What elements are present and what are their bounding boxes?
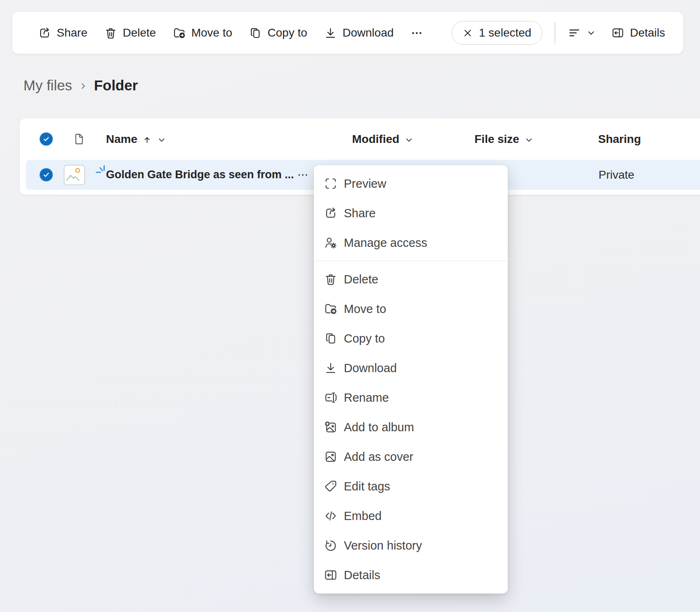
download-icon	[324, 26, 337, 40]
file-list-header: Name Modified	[20, 118, 700, 160]
menu-item-label: Share	[344, 207, 375, 220]
image-icon	[324, 450, 338, 464]
row-more-button[interactable]	[297, 160, 309, 190]
menu-item-label: Add as cover	[344, 450, 413, 464]
row-checkbox[interactable]	[39, 160, 53, 190]
menu-item-label: Delete	[344, 273, 378, 286]
menu-item-add-to-album[interactable]: Add to album	[314, 412, 508, 442]
folder-arrow-icon	[173, 26, 186, 40]
menu-item-download[interactable]: Download	[314, 353, 508, 383]
menu-item-label: Download	[344, 361, 397, 375]
tag-icon	[324, 479, 338, 493]
dismiss-icon	[463, 28, 473, 38]
chevron-down-icon	[404, 135, 414, 145]
delete-button-label: Delete	[123, 26, 156, 39]
folder-arrow-icon	[324, 302, 338, 316]
checkbox-checked-icon	[39, 168, 53, 182]
move-to-button[interactable]: Move to	[173, 26, 233, 40]
sort-lines-icon	[568, 26, 581, 39]
share-icon	[38, 26, 51, 40]
column-header-modified[interactable]: Modified	[352, 118, 414, 160]
menu-item-label: Edit tags	[344, 480, 390, 493]
column-header-file-size[interactable]: File size	[474, 118, 534, 160]
column-header-name[interactable]: Name	[106, 118, 166, 160]
onedrive-page: Share Delete Move to	[0, 0, 700, 612]
copy-icon	[249, 26, 262, 40]
rename-icon	[324, 391, 338, 405]
menu-item-edit-tags[interactable]: Edit tags	[314, 472, 508, 501]
column-header-sharing[interactable]: Sharing	[598, 118, 641, 160]
toolbar-divider	[555, 22, 555, 44]
menu-item-label: Embed	[344, 509, 382, 523]
move-to-button-label: Move to	[191, 26, 233, 39]
breadcrumb-chevron-icon	[79, 82, 88, 90]
file-name[interactable]: Golden Gate Bridge as seen from ...	[106, 160, 294, 190]
menu-item-version-history[interactable]: Version history	[314, 531, 508, 560]
share-button[interactable]: Share	[38, 26, 88, 40]
menu-item-label: Rename	[344, 391, 389, 405]
delete-button[interactable]: Delete	[104, 26, 156, 40]
menu-divider	[314, 261, 507, 261]
select-all-checkbox[interactable]	[39, 118, 53, 160]
preview-icon	[324, 177, 338, 191]
breadcrumb-my-files[interactable]: My files	[23, 77, 72, 94]
document-icon	[72, 132, 86, 146]
panel-left-icon	[324, 568, 338, 582]
person-gear-icon	[324, 236, 338, 250]
chevron-down-icon	[586, 28, 596, 38]
menu-item-copy-to[interactable]: Copy to	[314, 324, 508, 353]
menu-item-label: Preview	[344, 177, 386, 191]
trash-icon	[324, 272, 338, 286]
menu-item-details[interactable]: Details	[314, 560, 508, 590]
click-indicator-icon	[95, 165, 106, 175]
copy-to-button[interactable]: Copy to	[249, 26, 307, 40]
details-button-label: Details	[630, 26, 665, 39]
menu-item-delete[interactable]: Delete	[314, 265, 508, 294]
download-icon	[324, 361, 338, 375]
column-file-size-label: File size	[474, 133, 519, 146]
column-header-file-type[interactable]	[72, 118, 86, 160]
column-name-label: Name	[106, 133, 137, 146]
details-pane-button[interactable]: Details	[611, 26, 665, 39]
more-icon	[297, 169, 309, 181]
copy-icon	[324, 331, 338, 345]
menu-item-add-as-cover[interactable]: Add as cover	[314, 442, 508, 472]
column-modified-label: Modified	[352, 133, 399, 146]
sort-ascending-arrow-icon	[142, 135, 152, 145]
chevron-down-icon	[524, 135, 534, 145]
more-icon	[410, 26, 424, 40]
menu-item-label: Copy to	[344, 332, 385, 345]
download-button-label: Download	[343, 26, 394, 39]
menu-item-label: Version history	[344, 539, 422, 552]
download-button[interactable]: Download	[324, 26, 394, 40]
menu-item-preview[interactable]: Preview	[314, 169, 508, 198]
share-button-label: Share	[57, 26, 88, 39]
selection-count-label: 1 selected	[479, 26, 532, 39]
toolbar-more-button[interactable]	[410, 26, 424, 40]
selection-pill-button[interactable]: 1 selected	[451, 21, 543, 45]
code-icon	[324, 509, 338, 523]
chevron-down-icon	[157, 135, 166, 145]
menu-item-share[interactable]: Share	[314, 198, 508, 228]
menu-item-label: Manage access	[344, 236, 427, 250]
panel-left-icon	[611, 26, 624, 39]
context-menu: Preview Share	[314, 165, 508, 594]
history-clock-icon	[324, 538, 338, 552]
breadcrumb-current-folder: Folder	[94, 77, 138, 94]
share-icon	[324, 206, 338, 220]
checkbox-checked-icon	[39, 132, 53, 146]
menu-item-manage-access[interactable]: Manage access	[314, 228, 508, 258]
column-sharing-label: Sharing	[598, 133, 641, 146]
command-toolbar: Share Delete Move to	[12, 12, 683, 54]
menu-item-label: Add to album	[344, 421, 414, 434]
menu-item-rename[interactable]: Rename	[314, 383, 508, 412]
menu-item-move-to[interactable]: Move to	[314, 294, 508, 324]
sort-options-button[interactable]	[568, 26, 596, 39]
menu-item-label: Move to	[344, 302, 386, 316]
menu-item-label: Details	[344, 568, 380, 582]
menu-item-embed[interactable]: Embed	[314, 501, 508, 531]
copy-to-button-label: Copy to	[267, 26, 307, 39]
trash-icon	[104, 26, 117, 40]
row-sharing-status[interactable]: Private	[599, 160, 634, 190]
breadcrumb: My files Folder	[23, 77, 138, 94]
